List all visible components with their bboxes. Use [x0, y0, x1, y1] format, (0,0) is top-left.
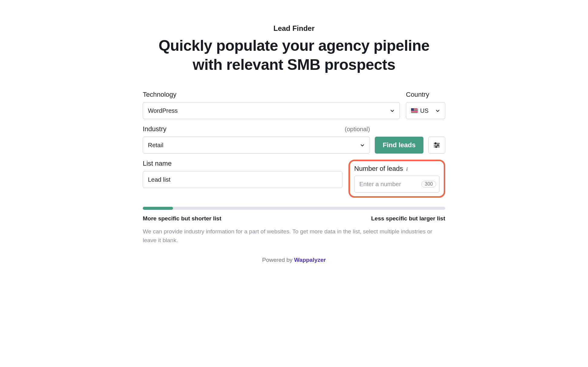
leads-badge: 300: [421, 181, 436, 187]
chevron-down-icon: [360, 143, 365, 148]
chevron-down-icon: [390, 108, 395, 113]
country-label: Country: [406, 91, 429, 99]
technology-select[interactable]: WordPress: [143, 102, 400, 119]
find-leads-button[interactable]: Find leads: [375, 137, 423, 154]
filter-settings-button[interactable]: [428, 137, 445, 154]
svg-point-4: [437, 145, 439, 146]
number-of-leads-label: Number of leads: [354, 165, 403, 173]
technology-label: Technology: [143, 91, 176, 99]
listname-label: List name: [143, 160, 172, 167]
slider-left-label: More specific but shorter list: [143, 215, 221, 222]
svg-point-5: [436, 146, 437, 148]
svg-point-3: [435, 143, 436, 144]
wappalyzer-brand: Wappalyzer: [294, 257, 326, 263]
number-of-leads-input-wrap: 300: [354, 176, 439, 193]
chevron-down-icon: [435, 108, 440, 113]
help-text: We can provide industry information for …: [143, 227, 445, 245]
number-of-leads-input[interactable]: [359, 181, 408, 188]
page-subtitle: Lead Finder: [143, 24, 445, 33]
slider-fill: [143, 207, 173, 210]
sliders-icon: [433, 141, 440, 149]
industry-select[interactable]: Retail: [143, 137, 370, 154]
powered-by-prefix: Powered by: [262, 257, 294, 263]
industry-value: Retail: [148, 142, 163, 149]
listname-input[interactable]: [143, 171, 342, 188]
country-value: US: [420, 107, 429, 114]
number-of-leads-highlight: Number of leads i 300: [348, 160, 445, 198]
page-title: Quickly populate your agency pipeline wi…: [143, 36, 445, 74]
specificity-slider[interactable]: [143, 207, 445, 210]
technology-value: WordPress: [148, 107, 178, 114]
industry-optional: (optional): [345, 126, 370, 133]
country-select[interactable]: US: [406, 102, 445, 119]
us-flag-icon: [411, 108, 418, 113]
powered-by: Powered by Wappalyzer: [143, 257, 445, 263]
slider-right-label: Less specific but larger list: [371, 215, 445, 222]
info-icon[interactable]: i: [405, 167, 409, 171]
industry-label: Industry: [143, 125, 166, 133]
